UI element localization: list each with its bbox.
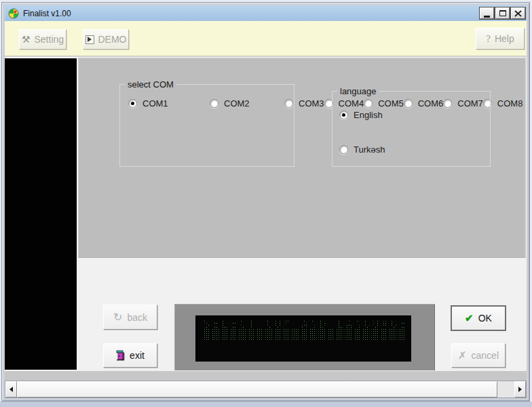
bottom-gray-strip xyxy=(5,370,527,381)
select-com-group-title: select COM xyxy=(125,79,176,90)
cancel-x-icon: ✗ xyxy=(458,349,467,362)
horizontal-scrollbar[interactable] xyxy=(5,381,527,398)
client-area: select COM COM1 COM2 xyxy=(5,56,527,370)
radio-label-com2: COM2 xyxy=(224,98,250,109)
language-group-title: language xyxy=(337,86,379,96)
app-logo-icon xyxy=(8,8,19,19)
back-arrows-icon: ↻ xyxy=(113,311,122,324)
cancel-label: cancel xyxy=(472,350,499,361)
question-icon: ? xyxy=(486,33,491,45)
radio-circle-english xyxy=(339,111,348,119)
radio-label-com8: COM8 xyxy=(497,98,523,109)
help-label: Help xyxy=(495,33,514,44)
back-label: back xyxy=(127,312,147,323)
radio-circle-com2 xyxy=(210,99,218,108)
radio-english[interactable]: English xyxy=(339,110,383,120)
radio-label-com1: COM1 xyxy=(142,98,168,109)
radio-label-english: English xyxy=(354,110,383,120)
led-display-screen: SELECT COM AND LANGUAGE ████████████████… xyxy=(195,315,411,362)
select-com-groupbox: select COM COM1 COM2 xyxy=(119,84,294,167)
setting-button[interactable]: ⚒ Setting xyxy=(19,29,66,50)
app-window: Finalist v1.00 ⚒ Setting DEMO xyxy=(1,2,530,402)
led-display-frame: SELECT COM AND LANGUAGE ████████████████… xyxy=(174,304,435,371)
language-groupbox: language English Turkəsh xyxy=(332,91,491,167)
maximize-icon xyxy=(499,10,506,16)
scrollbar-track[interactable] xyxy=(497,381,514,398)
radio-circle-turkish xyxy=(339,145,348,154)
led-message-line2: ███████████████████████ xyxy=(204,328,407,341)
toolbar: ⚒ Setting DEMO ? Help xyxy=(5,21,527,56)
back-button[interactable]: ↻ back xyxy=(103,305,157,330)
setting-tool-icon: ⚒ xyxy=(22,34,31,45)
window-title: Finalist v1.00 xyxy=(23,9,71,18)
maximize-button[interactable] xyxy=(495,7,510,19)
main-area: select COM COM1 COM2 xyxy=(77,57,527,370)
close-button[interactable] xyxy=(511,7,525,19)
scroll-left-icon xyxy=(10,387,13,392)
ok-button[interactable]: ✔ OK xyxy=(451,306,506,330)
left-black-panel xyxy=(5,58,77,370)
help-button[interactable]: ? Help xyxy=(476,28,525,50)
titlebar: Finalist v1.00 xyxy=(5,5,527,21)
check-icon: ✔ xyxy=(465,312,474,324)
demo-label: DEMO xyxy=(98,34,127,45)
radio-turkish[interactable]: Turkəsh xyxy=(339,144,385,155)
exit-button[interactable]: exit xyxy=(103,343,157,368)
exit-label: exit xyxy=(130,350,145,361)
play-icon xyxy=(86,35,94,44)
setting-label: Setting xyxy=(34,34,64,45)
radio-label-com3: COM3 xyxy=(299,98,324,109)
scrollbar-thumb[interactable] xyxy=(17,381,497,398)
cancel-button[interactable]: ✗ cancel xyxy=(451,343,506,368)
demo-button[interactable]: DEMO xyxy=(83,29,129,50)
ok-label: OK xyxy=(478,313,492,324)
radio-com3[interactable]: COM3 xyxy=(284,94,324,113)
settings-panel: select COM COM1 COM2 xyxy=(78,58,526,258)
radio-com1[interactable]: COM1 xyxy=(128,94,210,113)
radio-com2[interactable]: COM2 xyxy=(210,94,284,113)
radio-circle-com1 xyxy=(128,99,137,108)
exit-door-icon xyxy=(116,350,125,361)
radio-circle-com3 xyxy=(284,99,293,108)
minimize-icon xyxy=(484,16,490,18)
radio-label-turkish: Turkəsh xyxy=(354,144,385,155)
scroll-right-icon xyxy=(518,387,522,392)
scroll-right-button[interactable] xyxy=(514,381,526,398)
desktop-background-strip xyxy=(0,402,532,407)
scroll-left-button[interactable] xyxy=(5,381,17,398)
minimize-button[interactable] xyxy=(480,7,494,19)
close-icon xyxy=(514,10,522,17)
